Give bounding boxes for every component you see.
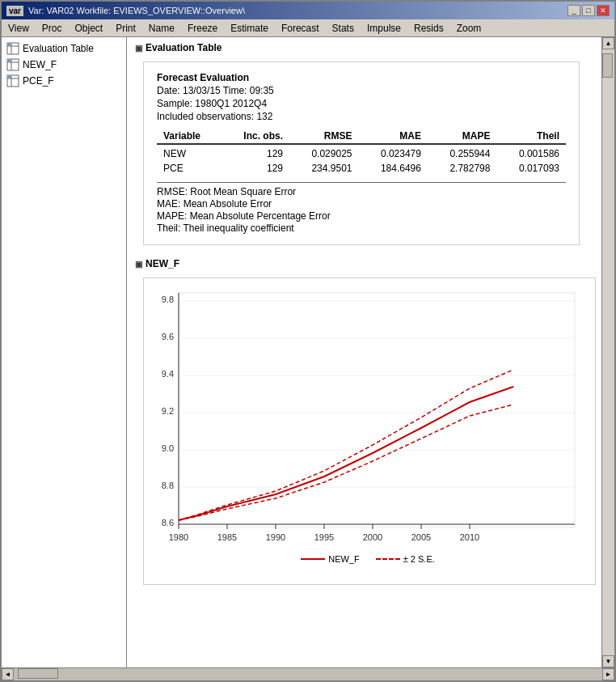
row-pce-mape: 2.782798 — [428, 161, 496, 176]
svg-text:1990: 1990 — [266, 532, 285, 542]
menu-forecast[interactable]: Forecast — [275, 19, 326, 36]
menu-name[interactable]: Name — [142, 19, 181, 36]
row-pce-theil: 0.017093 — [496, 161, 566, 176]
menu-proc[interactable]: Proc — [36, 19, 69, 36]
chart-section: 9.8 9.6 9.4 9.2 9.0 8.8 8.6 — [127, 274, 601, 593]
menu-object[interactable]: Object — [68, 19, 109, 36]
sidebar-new-f-label: NEW_F — [23, 59, 57, 70]
svg-rect-19 — [179, 293, 575, 527]
row-new-rmse: 0.029025 — [289, 144, 358, 161]
eval-obs: Included observations: 132 — [157, 111, 566, 122]
col-inc-obs: Inc. obs. — [222, 129, 289, 144]
main-panel[interactable]: ▣ Evaluation Table Forecast Evaluation D… — [127, 37, 601, 667]
chart2-icon — [6, 74, 19, 87]
svg-text:8.6: 8.6 — [162, 518, 174, 527]
row-pce-obs: 129 — [222, 161, 289, 176]
close-button[interactable]: ✕ — [597, 5, 610, 16]
svg-text:1995: 1995 — [314, 532, 334, 542]
table-icon — [6, 42, 19, 55]
collapse-new-f-icon[interactable]: ▣ — [135, 260, 142, 269]
title-bar-buttons: _ □ ✕ — [567, 5, 610, 16]
sidebar-item-new-f[interactable]: NEW_F — [2, 57, 126, 73]
svg-text:8.8: 8.8 — [162, 481, 174, 490]
legend-se-band: ± 2 S.E. — [376, 554, 435, 564]
row-new-mape: 0.255944 — [428, 144, 496, 161]
svg-text:9.0: 9.0 — [162, 443, 174, 453]
content-area: Evaluation Table NEW_F PCE_F — [2, 37, 614, 667]
svg-rect-11 — [8, 76, 11, 78]
new-f-section-header: ▣ NEW_F — [127, 253, 601, 274]
collapse-eval-icon[interactable]: ▣ — [135, 44, 142, 53]
svg-text:1980: 1980 — [169, 532, 188, 542]
footnote-mae: MAE: Mean Absolute Error — [157, 198, 566, 210]
svg-rect-7 — [8, 60, 11, 61]
menu-stats[interactable]: Stats — [326, 19, 361, 36]
menu-estimate[interactable]: Estimate — [224, 19, 275, 36]
menu-print[interactable]: Print — [109, 19, 142, 36]
vertical-scrollbar[interactable]: ▲ ▼ — [601, 37, 614, 667]
sidebar: Evaluation Table NEW_F PCE_F — [2, 37, 127, 667]
window-title: Var: VAR02 Workfile: EVIEWS_OVERVIEW::Ov… — [28, 6, 245, 15]
scroll-left-button[interactable]: ◄ — [2, 668, 14, 680]
row-new-variable: NEW — [157, 144, 222, 161]
row-pce-rmse: 234.9501 — [289, 161, 358, 176]
row-pce-variable: PCE — [157, 161, 222, 176]
col-mape: MAPE — [428, 129, 496, 144]
scroll-up-button[interactable]: ▲ — [602, 37, 614, 49]
col-theil: Theil — [496, 129, 566, 144]
menu-freeze[interactable]: Freeze — [181, 19, 224, 36]
chart-svg: 9.8 9.6 9.4 9.2 9.0 8.8 8.6 — [147, 285, 589, 560]
legend-solid-line — [301, 558, 325, 560]
title-bar: var Var: VAR02 Workfile: EVIEWS_OVERVIEW… — [2, 2, 614, 19]
svg-text:9.8: 9.8 — [162, 294, 174, 304]
table-row: NEW 129 0.029025 0.023479 0.255944 0.001… — [157, 144, 566, 161]
row-new-obs: 129 — [222, 144, 289, 161]
footnote-theil: Theil: Theil inequality coefficient — [157, 222, 566, 234]
menu-resids[interactable]: Resids — [407, 19, 450, 36]
sidebar-item-pce-f[interactable]: PCE_F — [2, 73, 126, 89]
footnote-mape: MAPE: Mean Absolute Percentage Error — [157, 210, 566, 222]
new-f-heading: NEW_F — [146, 258, 179, 269]
scroll-track-h[interactable] — [14, 668, 602, 680]
svg-rect-3 — [8, 44, 11, 45]
menu-impulse[interactable]: Impulse — [361, 19, 407, 36]
svg-text:2000: 2000 — [363, 532, 382, 542]
eval-table-heading: Evaluation Table — [146, 42, 222, 53]
svg-text:9.2: 9.2 — [162, 406, 174, 416]
menu-bar: View Proc Object Print Name Freeze Estim… — [2, 19, 614, 37]
sidebar-evaluation-table-label: Evaluation Table — [23, 43, 94, 54]
svg-text:1985: 1985 — [217, 532, 237, 542]
window-icon: var — [6, 6, 23, 16]
horizontal-scrollbar[interactable]: ◄ ► — [2, 667, 614, 680]
scroll-track[interactable] — [602, 49, 614, 655]
col-rmse: RMSE — [289, 129, 358, 144]
sidebar-item-evaluation-table[interactable]: Evaluation Table — [2, 40, 126, 57]
main-window: var Var: VAR02 Workfile: EVIEWS_OVERVIEW… — [0, 0, 616, 682]
footnotes: RMSE: Root Mean Square Error MAE: Mean A… — [157, 182, 566, 234]
scroll-down-button[interactable]: ▼ — [602, 655, 614, 667]
scroll-thumb-h[interactable] — [18, 668, 58, 679]
chart-icon — [6, 58, 19, 71]
scroll-thumb[interactable] — [602, 53, 613, 78]
eval-table-section-header: ▣ Evaluation Table — [127, 37, 601, 58]
svg-text:9.4: 9.4 — [162, 369, 174, 379]
maximize-button[interactable]: □ — [582, 5, 595, 16]
sidebar-pce-f-label: PCE_F — [23, 75, 54, 87]
scroll-right-button[interactable]: ► — [602, 668, 614, 680]
minimize-button[interactable]: _ — [567, 5, 580, 16]
col-mae: MAE — [358, 129, 427, 144]
eval-sample: Sample: 1980Q1 2012Q4 — [157, 98, 566, 109]
main-panel-wrapper: ▣ Evaluation Table Forecast Evaluation D… — [127, 37, 614, 667]
col-variable: Variable — [157, 129, 222, 144]
svg-text:9.6: 9.6 — [162, 332, 174, 341]
svg-text:2010: 2010 — [460, 532, 479, 542]
svg-text:2005: 2005 — [411, 532, 431, 542]
eval-data-table: Variable Inc. obs. RMSE MAE MAPE Theil — [157, 129, 566, 176]
legend-new-f: NEW_F — [301, 554, 360, 564]
legend-se-label: ± 2 S.E. — [403, 554, 435, 564]
eval-date: Date: 13/03/15 Time: 09:35 — [157, 85, 566, 96]
forecast-eval-title: Forecast Evaluation — [157, 72, 566, 83]
menu-view[interactable]: View — [2, 19, 36, 36]
menu-zoom[interactable]: Zoom — [450, 19, 488, 36]
legend-new-f-label: NEW_F — [328, 554, 360, 564]
